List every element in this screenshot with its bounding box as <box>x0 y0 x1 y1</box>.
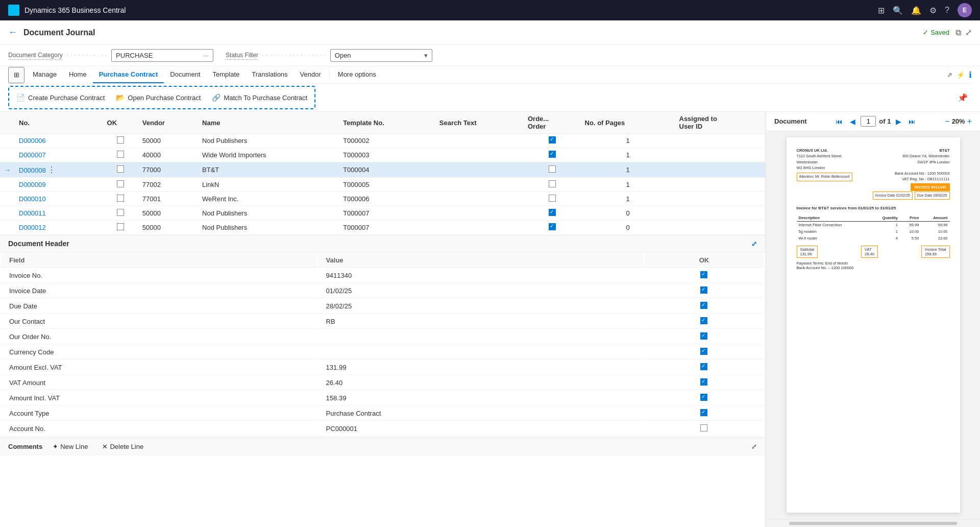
field-ok-checkbox[interactable] <box>700 394 707 401</box>
tab-vendor[interactable]: Vendor <box>294 66 327 83</box>
ok-checkbox[interactable] <box>117 223 124 230</box>
field-ok-checkbox[interactable] <box>700 286 707 294</box>
table-row[interactable]: D00001250000Nod PublishersT0000070 <box>0 221 765 235</box>
last-page-button[interactable]: ⏭ <box>906 116 918 127</box>
comments-expand-icon[interactable]: ⤢ <box>751 443 757 450</box>
horizontal-scrollbar[interactable] <box>766 519 980 527</box>
chevron-down-icon[interactable]: ▾ <box>424 52 428 59</box>
order-checkbox[interactable] <box>549 136 556 143</box>
help-icon[interactable]: ? <box>945 6 949 15</box>
expand-icon[interactable]: ⤢ <box>965 28 972 37</box>
field-ok-checkbox[interactable] <box>700 378 707 386</box>
col-search[interactable]: Search Text <box>435 112 524 134</box>
field-value-cell[interactable]: Purchase Contract <box>318 406 643 421</box>
tab-home[interactable]: Home <box>63 66 93 83</box>
field-ok-checkbox[interactable] <box>700 424 707 432</box>
field-value-cell[interactable]: 26.40 <box>318 376 643 390</box>
col-ok[interactable]: OK <box>103 112 138 134</box>
document-category-input[interactable]: PURCHASE ··· <box>111 49 213 62</box>
ok-checkbox[interactable] <box>117 165 124 173</box>
share-icon[interactable]: ⇗ <box>947 71 952 79</box>
col-pages[interactable]: No. of Pages <box>581 112 675 134</box>
search-icon[interactable]: 🔍 <box>893 6 903 15</box>
field-ok-checkbox[interactable] <box>700 332 707 340</box>
table-row[interactable]: D00001150000Nod PublishersT0000070 <box>0 206 765 221</box>
ok-checkbox[interactable] <box>117 195 124 202</box>
zoom-in-button[interactable]: + <box>967 117 972 126</box>
col-no[interactable]: No. <box>15 112 103 134</box>
info-icon[interactable]: ℹ <box>969 70 972 80</box>
tab-more-options[interactable]: More options <box>332 66 382 83</box>
status-filter-select[interactable]: Open ▾ <box>330 49 432 62</box>
table-row[interactable]: D00000650000Nod PublishersT0000021 <box>0 134 765 148</box>
document-link[interactable]: D000012 <box>19 224 46 231</box>
order-checkbox[interactable] <box>549 209 556 216</box>
field-value-cell[interactable] <box>318 345 643 360</box>
first-page-button[interactable]: ⏮ <box>834 116 845 127</box>
ok-checkbox[interactable] <box>117 151 124 158</box>
field-ok-checkbox[interactable] <box>700 348 707 355</box>
order-checkbox[interactable] <box>549 223 556 230</box>
tab-template[interactable]: Template <box>207 66 246 83</box>
document-link[interactable]: D000008 <box>19 166 46 174</box>
col-vendor[interactable]: Vendor <box>138 112 198 134</box>
field-value-cell[interactable]: RB <box>318 315 643 329</box>
table-row[interactable]: D00000977002LinkNT0000051 <box>0 178 765 192</box>
tab-document[interactable]: Document <box>164 66 206 83</box>
field-ok-checkbox[interactable] <box>700 302 707 309</box>
filter-icon[interactable]: ⚡ <box>957 71 965 79</box>
field-value-cell[interactable] <box>318 330 643 344</box>
order-checkbox[interactable] <box>549 180 556 187</box>
field-ok-checkbox[interactable] <box>700 409 707 416</box>
row-context-menu[interactable]: ⋮ <box>47 165 56 174</box>
col-order[interactable]: Orde...Order <box>524 112 581 134</box>
field-value-cell[interactable]: PC000001 <box>318 422 643 436</box>
col-template[interactable]: Template No. <box>339 112 435 134</box>
page-number-input[interactable] <box>861 116 876 127</box>
back-button[interactable]: ← <box>8 27 17 38</box>
col-assigned[interactable]: Assigned toUser ID <box>675 112 766 134</box>
field-value-cell[interactable]: 28/02/25 <box>318 299 643 314</box>
document-link[interactable]: D000010 <box>19 195 46 203</box>
field-ok-checkbox[interactable] <box>700 363 707 370</box>
field-ok-checkbox[interactable] <box>700 271 707 278</box>
table-row[interactable]: D00001077001WeRent Inc.T0000061 <box>0 192 765 206</box>
document-header-section[interactable]: Document Header ⤢ <box>0 235 765 252</box>
grid-icon[interactable]: ⊞ <box>878 6 885 15</box>
ok-checkbox[interactable] <box>117 209 124 216</box>
order-checkbox[interactable] <box>549 195 556 202</box>
document-link[interactable]: D000009 <box>19 181 46 188</box>
prev-page-button[interactable]: ◀ <box>848 116 857 127</box>
tab-purchase-contract[interactable]: Purchase Contract <box>93 66 164 83</box>
ribbon-grid-icon[interactable]: ⊞ <box>8 67 24 83</box>
document-link[interactable]: D000007 <box>19 151 46 159</box>
settings-icon[interactable]: ⚙ <box>929 6 937 15</box>
section-expand-icon[interactable]: ⤢ <box>751 240 757 248</box>
field-value-cell[interactable]: 01/02/25 <box>318 284 643 298</box>
tab-manage[interactable]: Manage <box>27 66 63 83</box>
field-value-cell[interactable]: 131.99 <box>318 361 643 375</box>
field-ok-checkbox[interactable] <box>700 317 707 324</box>
bell-icon[interactable]: 🔔 <box>911 6 921 15</box>
field-value-cell[interactable]: 9411340 <box>318 269 643 283</box>
open-in-new-icon[interactable]: ⧉ <box>955 28 961 37</box>
pin-icon[interactable]: 📌 <box>958 93 968 102</box>
document-link[interactable]: D000011 <box>19 209 46 217</box>
order-checkbox[interactable] <box>549 151 556 158</box>
field-value-cell[interactable]: 158.39 <box>318 391 643 405</box>
tab-translations[interactable]: Translations <box>246 66 293 83</box>
delete-line-button[interactable]: ✕ Delete Line <box>98 441 148 452</box>
document-link[interactable]: D000006 <box>19 137 46 145</box>
new-line-button[interactable]: ✦ New Line <box>48 441 92 452</box>
create-purchase-contract-button[interactable]: 📄 Create Purchase Contract <box>11 91 110 104</box>
ok-checkbox[interactable] <box>117 180 124 187</box>
table-row[interactable]: D00000740000Wide World ImportersT0000031 <box>0 148 765 162</box>
avatar[interactable]: E <box>958 3 972 17</box>
table-row[interactable]: →D000008 ⋮77000BT&TT0000041 <box>0 162 765 178</box>
ok-checkbox[interactable] <box>117 136 124 143</box>
next-page-button[interactable]: ▶ <box>894 116 903 127</box>
ellipsis-icon[interactable]: ··· <box>203 52 209 59</box>
order-checkbox[interactable] <box>549 165 556 173</box>
open-purchase-contract-button[interactable]: 📂 Open Purchase Contract <box>111 91 206 104</box>
match-to-purchase-contract-button[interactable]: 🔗 Match To Purchase Contract <box>207 91 312 104</box>
